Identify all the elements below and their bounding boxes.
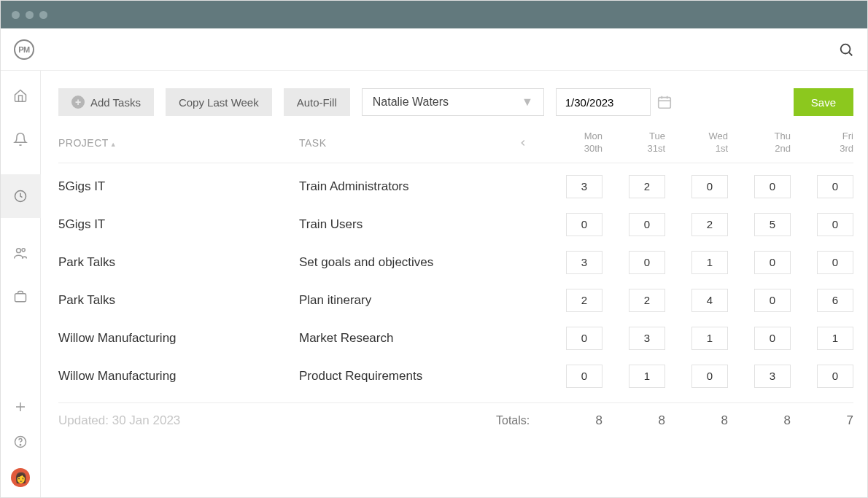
hours-input[interactable] (629, 213, 665, 236)
total-4: 7 (791, 413, 853, 428)
cell-task: Set goals and objectives (299, 255, 518, 270)
hours-input[interactable] (754, 251, 791, 274)
svg-point-0 (841, 44, 850, 53)
column-day-1: Tue31st (602, 131, 665, 155)
table-header: PROJECT▲ TASK Mon30th Tue31st Wed1st Thu… (58, 131, 853, 163)
column-day-3: Thu2nd (728, 131, 791, 155)
table-row: Park TalksSet goals and objectives (58, 239, 853, 277)
copy-last-week-label: Copy Last Week (179, 96, 259, 109)
hours-input[interactable] (691, 251, 728, 274)
hours-input[interactable] (566, 289, 602, 312)
window-titlebar (1, 1, 867, 28)
cell-project: Willow Manufacturing (58, 369, 299, 384)
cell-project: Park Talks (58, 255, 299, 270)
clock-icon[interactable] (1, 174, 41, 218)
hours-input[interactable] (691, 175, 728, 198)
hours-input[interactable] (691, 289, 728, 312)
svg-rect-5 (15, 294, 26, 302)
save-button[interactable]: Save (794, 88, 853, 116)
cell-project: Park Talks (58, 293, 299, 308)
hours-input[interactable] (566, 251, 602, 274)
search-icon[interactable] (838, 42, 854, 58)
sidebar: 👩 (1, 71, 41, 498)
users-icon[interactable] (12, 244, 29, 262)
top-bar: PM (1, 28, 867, 71)
date-input[interactable] (556, 88, 651, 116)
sort-asc-icon: ▲ (110, 141, 117, 148)
total-0: 8 (540, 413, 602, 428)
add-icon[interactable] (12, 398, 29, 416)
chevron-down-icon: ▼ (522, 96, 533, 109)
main-content: + Add Tasks Copy Last Week Auto-Fill Nat… (41, 71, 868, 498)
cell-project: 5Gigs IT (58, 179, 299, 194)
hours-input[interactable] (817, 251, 853, 274)
cell-task: Market Research (299, 331, 518, 346)
hours-input[interactable] (754, 213, 791, 236)
hours-input[interactable] (629, 365, 665, 388)
hours-input[interactable] (629, 251, 665, 274)
window-zoom-dot[interactable] (39, 11, 47, 19)
column-task[interactable]: TASK (299, 136, 518, 149)
cell-task: Train Users (299, 217, 518, 232)
calendar-icon[interactable] (656, 94, 673, 110)
hours-input[interactable] (629, 175, 665, 198)
svg-rect-10 (658, 98, 670, 109)
total-3: 8 (728, 413, 791, 428)
hours-input[interactable] (629, 289, 665, 312)
auto-fill-label: Auto-Fill (297, 96, 337, 109)
hours-input[interactable] (566, 213, 602, 236)
toolbar: + Add Tasks Copy Last Week Auto-Fill Nat… (58, 88, 853, 116)
column-project[interactable]: PROJECT▲ (58, 136, 299, 149)
total-2: 8 (665, 413, 728, 428)
total-1: 8 (602, 413, 665, 428)
hours-input[interactable] (817, 365, 853, 388)
updated-label: Updated: 30 Jan 2023 (58, 413, 299, 428)
add-tasks-button[interactable]: + Add Tasks (58, 88, 154, 116)
help-icon[interactable] (12, 433, 29, 451)
window-close-dot[interactable] (12, 11, 20, 19)
hours-input[interactable] (754, 289, 791, 312)
avatar[interactable]: 👩 (11, 468, 30, 487)
hours-input[interactable] (566, 175, 602, 198)
window-minimize-dot[interactable] (26, 11, 34, 19)
totals-label: Totals: (496, 414, 518, 427)
totals-row: Updated: 30 Jan 2023 Totals: 8 8 8 8 7 (58, 402, 853, 428)
hours-input[interactable] (691, 213, 728, 236)
hours-input[interactable] (817, 327, 853, 350)
user-select[interactable]: Natalie Waters ▼ (362, 88, 544, 116)
svg-line-1 (849, 52, 852, 55)
home-icon[interactable] (12, 87, 29, 104)
svg-point-3 (17, 249, 21, 253)
column-day-4: Fri3rd (791, 131, 853, 155)
hours-input[interactable] (817, 213, 853, 236)
hours-input[interactable] (691, 327, 728, 350)
hours-input[interactable] (817, 175, 853, 198)
hours-input[interactable] (754, 365, 791, 388)
column-day-0: Mon30th (540, 131, 602, 155)
cell-task: Train Administrators (299, 179, 518, 194)
svg-point-9 (20, 445, 20, 446)
table-row: Park TalksPlan itinerary (58, 277, 853, 315)
cell-task: Product Requirements (299, 369, 518, 384)
prev-week-icon[interactable] (518, 138, 540, 148)
hours-input[interactable] (566, 327, 602, 350)
auto-fill-button[interactable]: Auto-Fill (284, 88, 350, 116)
hours-input[interactable] (566, 365, 602, 388)
hours-input[interactable] (629, 327, 665, 350)
table-row: Willow ManufacturingProduct Requirements (58, 353, 853, 391)
table-row: Willow ManufacturingMarket Research (58, 315, 853, 353)
column-day-2: Wed1st (665, 131, 728, 155)
cell-project: 5Gigs IT (58, 217, 299, 232)
app-logo[interactable]: PM (14, 39, 34, 60)
cell-task: Plan itinerary (299, 293, 518, 308)
copy-last-week-button[interactable]: Copy Last Week (166, 88, 272, 116)
hours-input[interactable] (754, 175, 791, 198)
hours-input[interactable] (754, 327, 791, 350)
plus-circle-icon: + (71, 96, 85, 109)
bell-icon[interactable] (12, 131, 29, 148)
hours-input[interactable] (817, 289, 853, 312)
table-row: 5Gigs ITTrain Users (58, 201, 853, 239)
hours-input[interactable] (691, 365, 728, 388)
user-select-value: Natalie Waters (373, 96, 449, 109)
briefcase-icon[interactable] (12, 288, 29, 306)
